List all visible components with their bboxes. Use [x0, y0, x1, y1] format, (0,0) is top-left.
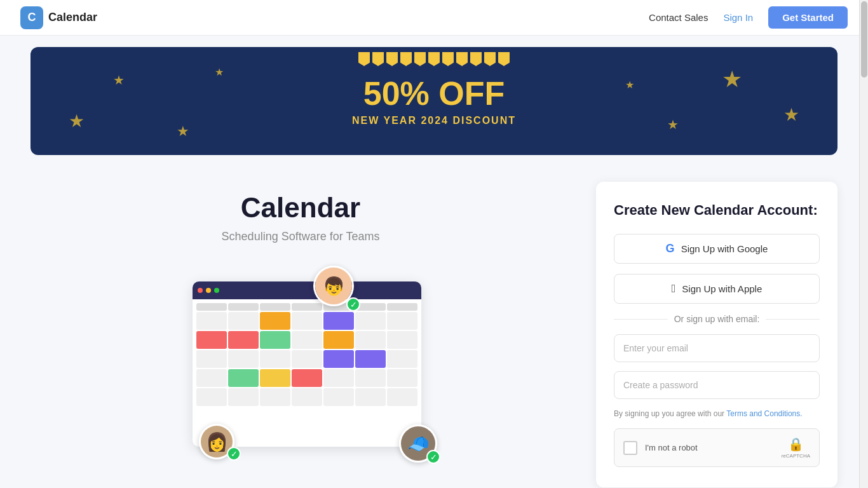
logo-text: Calendar	[48, 11, 97, 24]
sign-in-link[interactable]: Sign In	[723, 12, 753, 23]
get-started-button[interactable]: Get Started	[768, 6, 848, 29]
terms-text: By signing up you agree with our Terms a…	[614, 408, 820, 419]
recaptcha-logo: 🔒 reCAPTCHA	[782, 437, 810, 459]
left-section: Calendar Scheduling Software for Teams	[31, 166, 571, 487]
star-icon: ★	[783, 104, 799, 125]
star-icon: ★	[722, 66, 742, 93]
star-icon: ★	[667, 117, 679, 132]
apple-icon: 	[672, 282, 676, 295]
star-icon: ★	[69, 111, 85, 132]
calendar-widget	[193, 281, 421, 447]
google-btn-label: Sign Up with Google	[681, 243, 768, 254]
scrollbar-thumb[interactable]	[861, 1, 867, 78]
terms-link[interactable]: Terms and Conditions.	[726, 409, 802, 418]
main-content: Calendar Scheduling Software for Teams	[0, 166, 868, 487]
recaptcha-label: I'm not a robot	[645, 443, 774, 452]
or-text: Or sign up with email:	[674, 314, 760, 324]
check-badge-right: ✓	[426, 450, 440, 464]
banner-discount-text: 50% OFF	[352, 76, 516, 112]
recaptcha-icon: 🔒	[788, 437, 804, 452]
star-icon: ★	[177, 123, 189, 140]
apple-signup-button[interactable]:  Sign Up with Apple	[614, 274, 820, 304]
logo-icon: C	[20, 6, 43, 29]
page-subtitle: Scheduling Software for Teams	[222, 230, 380, 243]
google-icon: G	[666, 242, 675, 255]
hero-illustration: 👦 ✓ 👩 ✓ 🧢 ✓	[142, 262, 459, 466]
divider-line-right	[766, 319, 820, 320]
contact-sales-link[interactable]: Contact Sales	[649, 12, 708, 23]
header: C Calendar Contact Sales Sign In Get Sta…	[0, 0, 868, 36]
scrollbar[interactable]	[859, 0, 868, 488]
banner-subtitle-text: NEW YEAR 2024 DISCOUNT	[352, 115, 516, 126]
recaptcha-checkbox[interactable]	[623, 441, 637, 455]
page-title: Calendar	[241, 192, 360, 224]
apple-btn-label: Sign Up with Apple	[682, 283, 762, 294]
promo-banner: ★ ★ ★ ★ ★ ★ ★ ★ 50% OFF NEW YEAR 2024 DI…	[31, 47, 837, 155]
star-icon: ★	[113, 72, 125, 88]
bunting-decoration	[273, 52, 595, 66]
check-badge-top: ✓	[346, 297, 360, 311]
email-input[interactable]	[614, 334, 820, 362]
window-dot-red	[198, 288, 203, 293]
recaptcha-brand-text: reCAPTCHA	[782, 453, 810, 459]
star-icon: ★	[215, 66, 224, 78]
star-icon: ★	[625, 79, 634, 91]
divider-line-left	[614, 319, 668, 320]
signup-title: Create New Calendar Account:	[614, 202, 820, 219]
banner-content: 50% OFF NEW YEAR 2024 DISCOUNT	[352, 76, 516, 126]
window-dot-green	[214, 288, 219, 293]
calendar-header-bar	[193, 281, 421, 299]
or-divider: Or sign up with email:	[614, 314, 820, 324]
header-nav: Contact Sales Sign In Get Started	[649, 6, 848, 29]
window-dot-yellow	[206, 288, 211, 293]
right-section: Create New Calendar Account: G Sign Up w…	[596, 166, 837, 487]
password-input[interactable]	[614, 371, 820, 399]
signup-card: Create New Calendar Account: G Sign Up w…	[596, 182, 837, 487]
recaptcha-widget[interactable]: I'm not a robot 🔒 reCAPTCHA	[614, 428, 820, 467]
check-badge-left: ✓	[227, 447, 241, 461]
google-signup-button[interactable]: G Sign Up with Google	[614, 234, 820, 264]
calendar-grid	[193, 299, 421, 410]
logo-area: C Calendar	[20, 6, 97, 29]
